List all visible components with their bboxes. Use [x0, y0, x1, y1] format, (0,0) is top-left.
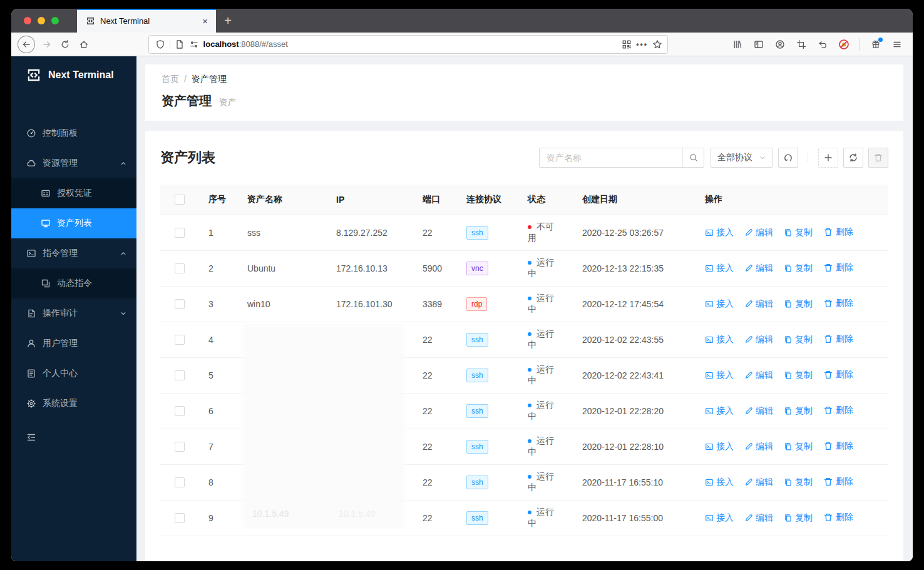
forward-button[interactable]: [38, 35, 56, 54]
search-button[interactable]: [682, 148, 704, 167]
row-checkbox[interactable]: [175, 335, 185, 345]
row-checkbox[interactable]: [175, 477, 185, 487]
table-header-row: 序号资产名称IP端口连接协议状态创建日期操作: [160, 185, 888, 215]
action-复制[interactable]: 复制: [784, 298, 813, 310]
menu-button[interactable]: [888, 35, 906, 54]
sidebar-item-dashboard[interactable]: 控制面板: [11, 118, 136, 148]
row-checkbox[interactable]: [175, 299, 185, 309]
action-复制[interactable]: 复制: [784, 263, 813, 274]
screenshot-button[interactable]: [792, 35, 811, 54]
connect-icon: [705, 228, 714, 237]
action-接入[interactable]: 接入: [705, 405, 734, 417]
action-接入[interactable]: 接入: [705, 512, 734, 524]
sidebar-item-settings[interactable]: 系统设置: [11, 389, 136, 419]
action-复制[interactable]: 复制: [784, 227, 813, 238]
action-删除[interactable]: 删除: [823, 298, 853, 309]
action-编辑[interactable]: 编辑: [744, 298, 773, 310]
sidebar-item-label: 资源管理: [43, 158, 78, 169]
reset-filter-button[interactable]: [778, 148, 798, 168]
action-接入[interactable]: 接入: [705, 477, 734, 488]
action-编辑[interactable]: 编辑: [744, 441, 773, 452]
page-actions-icon[interactable]: •••: [636, 40, 648, 49]
bookmark-star-icon[interactable]: [652, 39, 662, 49]
action-接入[interactable]: 接入: [705, 263, 734, 274]
page-info-icon[interactable]: [175, 39, 185, 49]
browser-tab[interactable]: Next Terminal ×: [77, 9, 216, 33]
minimize-window-button[interactable]: [38, 17, 45, 24]
action-删除[interactable]: 删除: [823, 262, 853, 273]
action-复制[interactable]: 复制: [784, 477, 813, 488]
action-删除[interactable]: 删除: [823, 333, 853, 345]
tab-close-icon[interactable]: ×: [200, 16, 210, 26]
shield-icon[interactable]: [155, 39, 165, 49]
action-编辑[interactable]: 编辑: [744, 370, 773, 381]
row-checkbox[interactable]: [175, 263, 185, 273]
add-asset-button[interactable]: [818, 148, 838, 168]
cell-no: 6: [198, 393, 237, 429]
delete-selected-button[interactable]: [868, 148, 888, 168]
permissions-icon[interactable]: [189, 39, 199, 49]
undo-closed-tab-button[interactable]: [813, 35, 832, 54]
new-tab-button[interactable]: +: [216, 9, 240, 33]
sidebar-item-commands[interactable]: 指令管理: [11, 238, 136, 268]
sidebar-item-profile[interactable]: 个人中心: [11, 359, 136, 389]
account-button[interactable]: [771, 35, 789, 54]
select-all-checkbox[interactable]: [175, 195, 185, 205]
sidebar-item-audit[interactable]: 操作审计: [11, 298, 136, 328]
qr-code-icon[interactable]: [622, 39, 632, 49]
action-复制[interactable]: 复制: [784, 512, 813, 524]
maximize-window-button[interactable]: [51, 17, 59, 24]
action-删除[interactable]: 删除: [823, 226, 853, 238]
row-checkbox[interactable]: [175, 442, 185, 452]
refresh-button[interactable]: [843, 148, 863, 168]
action-复制[interactable]: 复制: [784, 441, 813, 452]
action-删除[interactable]: 删除: [823, 369, 853, 380]
plus-icon: [823, 153, 833, 163]
sidebar-item-asset-list[interactable]: 资产列表: [11, 208, 136, 238]
action-编辑[interactable]: 编辑: [744, 227, 773, 238]
protocol-tag: ssh: [466, 404, 488, 418]
search-input[interactable]: [540, 153, 682, 163]
cell-actions: 接入编辑复制删除: [695, 429, 888, 464]
home-button[interactable]: [74, 35, 93, 54]
action-编辑[interactable]: 编辑: [744, 477, 773, 488]
reload-button[interactable]: [56, 35, 74, 54]
sidebars-button[interactable]: [749, 35, 768, 54]
action-删除[interactable]: 删除: [823, 405, 853, 416]
action-删除[interactable]: 删除: [823, 476, 853, 487]
action-复制[interactable]: 复制: [784, 405, 813, 417]
action-接入[interactable]: 接入: [705, 334, 734, 345]
url-bar[interactable]: localhost:8088/#/asset •••: [148, 35, 668, 54]
back-button[interactable]: [18, 36, 35, 53]
action-编辑[interactable]: 编辑: [744, 334, 773, 345]
sidebar-item-dynamic-commands[interactable]: 动态指令: [11, 268, 136, 298]
sidebar-item-users[interactable]: 用户管理: [11, 328, 136, 359]
protocol-filter-select[interactable]: 全部协议: [711, 148, 773, 168]
row-checkbox[interactable]: [175, 370, 185, 380]
action-删除[interactable]: 删除: [823, 512, 853, 523]
close-window-button[interactable]: [24, 17, 31, 24]
library-button[interactable]: [728, 35, 747, 54]
sidebar-item-resources[interactable]: 资源管理: [11, 148, 136, 178]
action-接入[interactable]: 接入: [705, 441, 734, 452]
breadcrumb-home[interactable]: 首页: [162, 74, 179, 84]
row-checkbox[interactable]: [175, 513, 185, 523]
whats-new-button[interactable]: [866, 35, 885, 54]
action-删除[interactable]: 删除: [823, 440, 853, 452]
action-接入[interactable]: 接入: [705, 370, 734, 381]
action-编辑[interactable]: 编辑: [744, 405, 773, 417]
action-接入[interactable]: 接入: [705, 227, 734, 238]
sidebar-collapse-button[interactable]: [11, 432, 136, 442]
sidebar-item-credentials[interactable]: 授权凭证: [11, 178, 136, 208]
action-编辑[interactable]: 编辑: [744, 512, 773, 524]
row-checkbox[interactable]: [175, 228, 185, 238]
action-编辑[interactable]: 编辑: [744, 263, 773, 274]
row-checkbox[interactable]: [175, 406, 185, 416]
action-接入[interactable]: 接入: [705, 298, 734, 310]
cell-protocol: ssh: [456, 357, 518, 393]
app-logo[interactable]: Next Terminal: [11, 56, 136, 94]
content-blocker-button[interactable]: [834, 35, 853, 54]
action-复制[interactable]: 复制: [784, 370, 813, 381]
action-复制[interactable]: 复制: [784, 334, 813, 345]
cell-protocol: ssh: [456, 429, 518, 464]
